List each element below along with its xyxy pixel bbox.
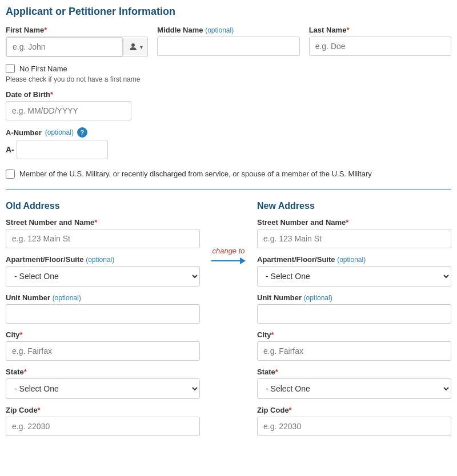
new-address-section: New Address Street Number and Name* Apar… — [251, 201, 451, 443]
middle-name-group: Middle Name (optional) — [157, 26, 299, 57]
new-state-group: State* - Select One — [257, 368, 451, 399]
chevron-down-icon: ▾ — [140, 44, 143, 50]
anumber-prefix: A- — [6, 145, 14, 154]
old-city-input[interactable] — [6, 341, 200, 361]
arrow-head — [240, 257, 246, 264]
military-checkbox-row: Member of the U.S. Military, or recently… — [6, 168, 451, 180]
military-label: Member of the U.S. Military, or recently… — [19, 168, 372, 180]
first-name-group: First Name* ▾ — [6, 26, 148, 57]
old-city-label: City* — [6, 330, 200, 339]
new-city-group: City* — [257, 330, 451, 361]
old-apt-group: Apartment/Floor/Suite (optional) - Selec… — [6, 255, 200, 287]
military-checkbox[interactable] — [6, 170, 15, 179]
old-apt-label: Apartment/Floor/Suite (optional) — [6, 255, 200, 264]
anumber-label: A-Number (optional) ? — [6, 127, 451, 138]
first-name-dropdown[interactable]: ▾ — [123, 38, 147, 55]
old-state-group: State* - Select One — [6, 368, 200, 399]
new-state-label: State* — [257, 368, 451, 376]
new-address-title: New Address — [257, 201, 451, 211]
old-unit-group: Unit Number (optional) — [6, 293, 200, 324]
arrow-line-group — [211, 257, 246, 264]
new-zip-group: Zip Code* — [257, 406, 451, 436]
old-street-input[interactable] — [6, 229, 200, 248]
no-first-name-checkbox[interactable] — [6, 64, 15, 73]
old-zip-group: Zip Code* — [6, 406, 200, 436]
section-divider — [6, 189, 451, 189]
first-name-input-wrapper: ▾ — [6, 37, 148, 57]
dob-label: Date of Birth* — [6, 90, 451, 99]
first-name-label: First Name* — [6, 26, 148, 34]
person-icon — [128, 42, 138, 52]
applicant-section: Applicant or Petitioner Information Firs… — [6, 6, 451, 180]
old-street-label: Street Number and Name* — [6, 218, 200, 227]
addresses-container: Old Address Street Number and Name* Apar… — [6, 201, 451, 443]
old-state-select[interactable]: - Select One — [6, 378, 200, 399]
old-zip-input[interactable] — [6, 417, 200, 436]
no-first-name-label: No First Name — [19, 64, 67, 73]
no-first-name-row: No First Name — [6, 64, 451, 73]
anumber-help-icon[interactable]: ? — [77, 127, 87, 138]
applicant-section-title: Applicant or Petitioner Information — [6, 6, 451, 18]
new-state-select[interactable]: - Select One — [257, 378, 451, 399]
last-name-group: Last Name* — [309, 26, 451, 57]
last-name-input[interactable] — [309, 37, 451, 56]
new-street-label: Street Number and Name* — [257, 218, 451, 227]
change-to-arrow: change to — [206, 247, 251, 264]
new-unit-group: Unit Number (optional) — [257, 293, 451, 324]
new-city-input[interactable] — [257, 341, 451, 361]
last-name-label: Last Name* — [309, 26, 451, 34]
middle-name-input[interactable] — [157, 37, 299, 56]
old-unit-label: Unit Number (optional) — [6, 293, 200, 302]
anumber-group: A-Number (optional) ? A- — [6, 127, 451, 159]
old-street-group: Street Number and Name* — [6, 218, 200, 248]
svg-point-0 — [131, 43, 135, 47]
new-apt-select[interactable]: - Select One — [257, 266, 451, 287]
new-city-label: City* — [257, 330, 451, 339]
new-unit-input[interactable] — [257, 304, 451, 324]
anumber-input[interactable] — [17, 140, 108, 159]
new-unit-label: Unit Number (optional) — [257, 293, 451, 302]
old-address-title: Old Address — [6, 201, 200, 211]
arrow-line — [211, 260, 240, 261]
old-state-label: State* — [6, 368, 200, 376]
anumber-input-row: A- — [6, 140, 451, 159]
dob-group: Date of Birth* — [6, 90, 451, 120]
old-address-section: Old Address Street Number and Name* Apar… — [6, 201, 206, 443]
first-name-input[interactable] — [6, 37, 123, 57]
new-zip-label: Zip Code* — [257, 406, 451, 414]
new-zip-input[interactable] — [257, 417, 451, 436]
old-zip-label: Zip Code* — [6, 406, 200, 414]
change-to-label: change to — [212, 247, 244, 255]
old-apt-select[interactable]: - Select One — [6, 266, 200, 287]
new-street-group: Street Number and Name* — [257, 218, 451, 248]
new-apt-label: Apartment/Floor/Suite (optional) — [257, 255, 451, 264]
new-street-input[interactable] — [257, 229, 451, 248]
old-city-group: City* — [6, 330, 200, 361]
dob-input[interactable] — [6, 101, 131, 120]
no-first-name-helper: Please check if you do not have a first … — [6, 75, 451, 83]
old-unit-input[interactable] — [6, 304, 200, 324]
middle-name-label: Middle Name (optional) — [157, 26, 299, 34]
new-apt-group: Apartment/Floor/Suite (optional) - Selec… — [257, 255, 451, 287]
